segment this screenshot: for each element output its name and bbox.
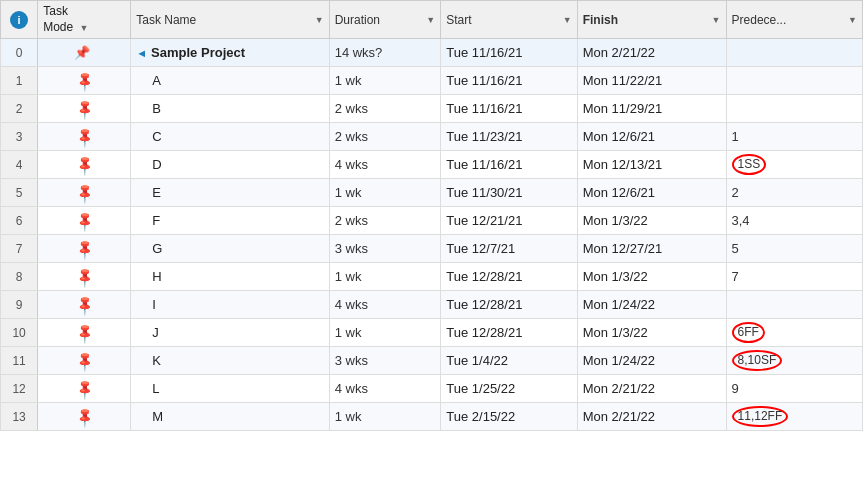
pin-icon: 📌 [73, 125, 96, 148]
table-row: 11📌K3 wksTue 1/4/22Mon 1/24/228,10SF [1, 347, 863, 375]
duration-cell: 4 wks [329, 291, 441, 319]
finish-cell: Mon 1/24/22 [577, 291, 726, 319]
table-row: 0📌◄Sample Project14 wks?Tue 11/16/21Mon … [1, 39, 863, 67]
predecessors-cell: 3,4 [726, 207, 862, 235]
duration-cell: 2 wks [329, 95, 441, 123]
finish-cell: Mon 11/29/21 [577, 95, 726, 123]
header-duration[interactable]: Duration ▼ [329, 1, 441, 39]
table-row: 7📌G3 wksTue 12/7/21Mon 12/27/215 [1, 235, 863, 263]
pin-icon: 📌 [73, 181, 96, 204]
header-name-label: Task Name [136, 13, 196, 27]
gantt-table: i Task Mode ▼ Task Name ▼ [0, 0, 863, 431]
predecessors-cell: 11,12FF [726, 403, 862, 431]
start-cell: Tue 11/23/21 [441, 123, 577, 151]
header-finish-sort: ▼ [712, 15, 721, 25]
task-mode-cell: 📌 [38, 319, 131, 347]
row-number: 6 [1, 207, 38, 235]
duration-cell: 1 wk [329, 403, 441, 431]
task-name: F [152, 213, 160, 228]
task-name-cell: F [131, 207, 329, 235]
row-number: 1 [1, 67, 38, 95]
pred-circled: 11,12FF [732, 406, 789, 428]
task-mode-cell: 📌 [38, 263, 131, 291]
table-row: 8📌H1 wkTue 12/28/21Mon 1/3/227 [1, 263, 863, 291]
finish-cell: Mon 12/6/21 [577, 123, 726, 151]
info-icon: i [10, 11, 28, 29]
predecessors-cell: 1 [726, 123, 862, 151]
project-mode-icon: 📌 [74, 45, 90, 60]
task-mode-cell: 📌 [38, 67, 131, 95]
duration-cell: 4 wks [329, 375, 441, 403]
task-name: G [152, 241, 162, 256]
row-number: 10 [1, 319, 38, 347]
task-name: J [152, 325, 159, 340]
start-cell: Tue 12/28/21 [441, 319, 577, 347]
finish-cell: Mon 2/21/22 [577, 39, 726, 67]
task-mode-cell: 📌 [38, 347, 131, 375]
header-name-sort: ▼ [315, 15, 324, 25]
start-cell: Tue 2/15/22 [441, 403, 577, 431]
row-number: 2 [1, 95, 38, 123]
row-number: 3 [1, 123, 38, 151]
pin-icon: 📌 [73, 265, 96, 288]
task-name: H [152, 269, 161, 284]
start-cell: Tue 12/7/21 [441, 235, 577, 263]
header-finish[interactable]: Finish ▼ [577, 1, 726, 39]
task-mode-cell: 📌 [38, 207, 131, 235]
finish-cell: Mon 1/3/22 [577, 207, 726, 235]
table-row: 13📌M1 wkTue 2/15/22Mon 2/21/2211,12FF [1, 403, 863, 431]
predecessors-cell [726, 39, 862, 67]
row-number: 12 [1, 375, 38, 403]
start-cell: Tue 11/30/21 [441, 179, 577, 207]
task-name-cell: D [131, 151, 329, 179]
header-task-mode[interactable]: Task Mode ▼ [38, 1, 131, 39]
duration-cell: 1 wk [329, 179, 441, 207]
header-task-name[interactable]: Task Name ▼ [131, 1, 329, 39]
task-name: Sample Project [151, 45, 245, 60]
task-mode-cell: 📌 [38, 39, 131, 67]
table-row: 1📌A1 wkTue 11/16/21Mon 11/22/21 [1, 67, 863, 95]
task-name: M [152, 409, 163, 424]
table-row: 3📌C2 wksTue 11/23/21Mon 12/6/211 [1, 123, 863, 151]
pred-circled: 8,10SF [732, 350, 783, 372]
start-cell: Tue 12/28/21 [441, 291, 577, 319]
pin-icon: 📌 [73, 405, 96, 428]
header-start[interactable]: Start ▼ [441, 1, 577, 39]
task-name: L [152, 381, 159, 396]
task-name-cell: L [131, 375, 329, 403]
row-number: 5 [1, 179, 38, 207]
table-header: i Task Mode ▼ Task Name ▼ [1, 1, 863, 39]
table-row: 10📌J1 wkTue 12/28/21Mon 1/3/226FF [1, 319, 863, 347]
predecessors-cell [726, 95, 862, 123]
predecessors-cell [726, 291, 862, 319]
pin-icon: 📌 [73, 69, 96, 92]
header-predecessors[interactable]: Predece... ▼ [726, 1, 862, 39]
finish-cell: Mon 1/24/22 [577, 347, 726, 375]
row-number: 9 [1, 291, 38, 319]
duration-cell: 2 wks [329, 207, 441, 235]
duration-cell: 2 wks [329, 123, 441, 151]
start-cell: Tue 11/16/21 [441, 95, 577, 123]
duration-cell: 3 wks [329, 235, 441, 263]
task-mode-cell: 📌 [38, 179, 131, 207]
header-info: i [1, 1, 38, 39]
finish-cell: Mon 2/21/22 [577, 403, 726, 431]
finish-cell: Mon 2/21/22 [577, 375, 726, 403]
task-name-cell: B [131, 95, 329, 123]
row-number: 0 [1, 39, 38, 67]
task-mode-cell: 📌 [38, 235, 131, 263]
task-name: C [152, 129, 161, 144]
pin-icon: 📌 [73, 377, 96, 400]
task-name-cell: M [131, 403, 329, 431]
pin-icon: 📌 [73, 209, 96, 232]
pin-icon: 📌 [73, 349, 96, 372]
finish-cell: Mon 11/22/21 [577, 67, 726, 95]
start-cell: Tue 1/25/22 [441, 375, 577, 403]
start-cell: Tue 11/16/21 [441, 39, 577, 67]
start-cell: Tue 11/16/21 [441, 151, 577, 179]
header-start-label: Start [446, 13, 471, 27]
table-row: 4📌D4 wksTue 11/16/21Mon 12/13/211SS [1, 151, 863, 179]
row-number: 13 [1, 403, 38, 431]
task-name: I [152, 297, 156, 312]
header-pred-sort: ▼ [848, 15, 857, 25]
